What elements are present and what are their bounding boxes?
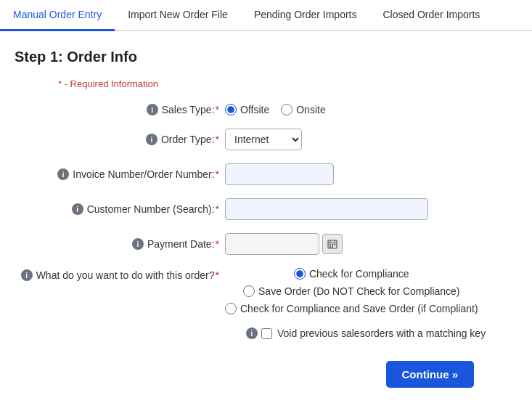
customer-number-label: i Customer Number (Search): * xyxy=(15,203,225,215)
void-previous-checkbox[interactable] xyxy=(261,328,272,339)
tab-import-new-order-file[interactable]: Import New Order File xyxy=(115,0,241,31)
void-spacer: i xyxy=(15,328,261,339)
order-type-label: i Order Type: * xyxy=(15,134,225,145)
order-action-both-radio[interactable] xyxy=(225,303,237,314)
payment-date-info-icon[interactable]: i xyxy=(132,238,144,250)
invoice-number-row: i Invoice Number/Order Number: * xyxy=(15,163,517,185)
void-previous-label[interactable]: Void previous salesorders with a matchin… xyxy=(261,328,486,339)
svg-rect-5 xyxy=(332,244,333,245)
order-action-compliance-label[interactable]: Check for Compliance xyxy=(294,268,409,280)
order-type-select[interactable]: Internet Phone Walk-in xyxy=(225,129,302,150)
customer-number-row: i Customer Number (Search): * xyxy=(15,198,517,220)
invoice-number-info-icon[interactable]: i xyxy=(57,168,69,180)
sales-type-row: i Sales Type: * Offsite Onsite xyxy=(15,104,517,115)
invoice-number-label: i Invoice Number/Order Number: * xyxy=(15,168,225,180)
void-previous-row: i Void previous salesorders with a match… xyxy=(15,328,517,339)
continue-button[interactable]: Continue » xyxy=(386,361,475,388)
order-action-radio-group: Check for Compliance Save Order (Do NOT … xyxy=(225,268,478,314)
svg-rect-7 xyxy=(330,246,331,248)
sales-type-onsite-label[interactable]: Onsite xyxy=(281,104,325,115)
order-type-row: i Order Type: * Internet Phone Walk-in xyxy=(15,129,517,150)
required-note: * - Required Information xyxy=(58,78,517,89)
calendar-button[interactable] xyxy=(322,234,343,254)
payment-date-control: 5/14/2023 xyxy=(225,233,343,255)
customer-number-info-icon[interactable]: i xyxy=(72,203,83,215)
order-action-info-icon[interactable]: i xyxy=(21,269,33,281)
customer-number-control xyxy=(225,198,428,220)
sales-type-onsite-radio[interactable] xyxy=(281,104,292,115)
sales-type-info-icon[interactable]: i xyxy=(147,104,158,115)
sales-type-offsite-label[interactable]: Offsite xyxy=(225,104,269,115)
svg-rect-8 xyxy=(332,246,333,248)
button-row: Continue » xyxy=(15,354,517,388)
order-action-row: i What do you want to do with this order… xyxy=(15,268,517,314)
order-action-check-radio[interactable] xyxy=(294,268,306,280)
order-action-both-label[interactable]: Check for Compliance and Save Order (if … xyxy=(225,303,478,314)
main-content: Step 1: Order Info * - Required Informat… xyxy=(0,31,532,405)
invoice-number-input[interactable] xyxy=(225,163,334,185)
page-title: Step 1: Order Info xyxy=(15,49,517,65)
tab-bar: Manual Order Entry Import New Order File… xyxy=(0,0,532,31)
sales-type-offsite-radio[interactable] xyxy=(225,104,237,115)
invoice-number-control xyxy=(225,163,334,185)
customer-number-input[interactable] xyxy=(225,198,428,220)
order-action-label: i What do you want to do with this order… xyxy=(15,268,225,281)
order-type-info-icon[interactable]: i xyxy=(146,134,157,145)
void-info-icon[interactable]: i xyxy=(246,328,258,339)
svg-rect-6 xyxy=(334,244,335,245)
tab-manual-order-entry[interactable]: Manual Order Entry xyxy=(0,0,115,31)
order-type-control: Internet Phone Walk-in xyxy=(225,129,302,150)
sales-type-label: i Sales Type: * xyxy=(15,104,225,115)
payment-date-input[interactable]: 5/14/2023 xyxy=(225,233,319,255)
payment-date-row: i Payment Date: * 5/14/2023 xyxy=(15,233,517,255)
sales-type-radio-group: Offsite Onsite xyxy=(225,104,326,115)
payment-date-label: i Payment Date: * xyxy=(15,238,225,250)
svg-rect-4 xyxy=(330,244,331,245)
order-action-save-radio[interactable] xyxy=(243,285,255,297)
calendar-icon xyxy=(327,239,337,249)
tab-pending-order-imports[interactable]: Pending Order Imports xyxy=(241,0,370,31)
tab-closed-order-imports[interactable]: Closed Order Imports xyxy=(370,0,494,31)
order-action-save-label[interactable]: Save Order (Do NOT Check for Compliance) xyxy=(243,285,460,297)
